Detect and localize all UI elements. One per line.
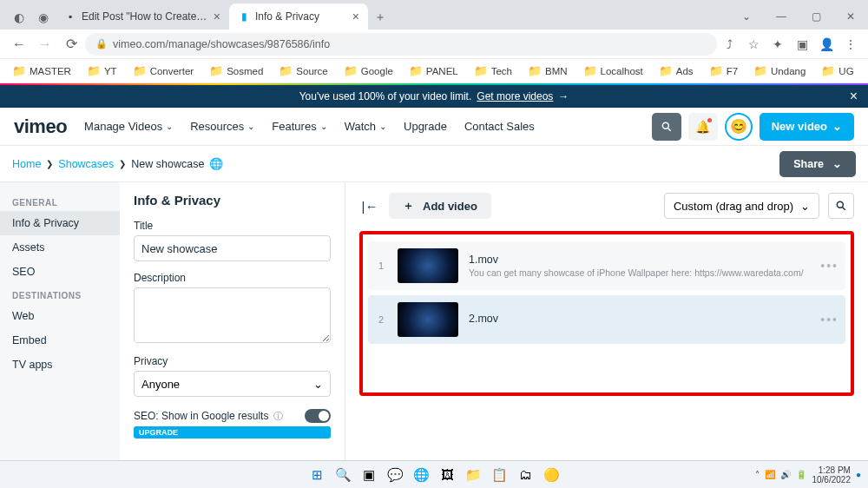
taskbar-apps: ⊞ 🔍 ▣ 💬 🌐 🖼 📁 📋 🗂 🟡 bbox=[306, 465, 562, 485]
banner-link[interactable]: Get more videos bbox=[477, 90, 553, 102]
task-view-icon[interactable]: ▣ bbox=[358, 465, 379, 485]
chevron-down-icon[interactable]: ⌄ bbox=[729, 3, 764, 30]
clock[interactable]: 1:28 PM 10/6/2022 bbox=[812, 465, 851, 485]
video-item[interactable]: 2 2.mov ••• bbox=[368, 295, 845, 344]
bookmark-item[interactable]: 📁Localhost bbox=[578, 62, 648, 81]
bookmark-item[interactable]: 📁Google bbox=[339, 62, 398, 81]
bookmark-item[interactable]: 📁F7 bbox=[704, 62, 743, 81]
nav-features[interactable]: Features⌄ bbox=[272, 120, 326, 133]
seo-toggle[interactable] bbox=[305, 409, 331, 423]
search-button[interactable] bbox=[652, 113, 681, 141]
new-video-button[interactable]: New video⌄ bbox=[760, 113, 854, 141]
collapse-panel-icon[interactable]: |← bbox=[359, 195, 380, 216]
star-icon[interactable]: ☆ bbox=[743, 34, 764, 55]
address-bar: ← → ⟳ 🔒 vimeo.com/manage/showcases/98765… bbox=[0, 30, 868, 59]
close-icon[interactable]: ✕ bbox=[833, 3, 868, 30]
tab-extension-icon-2[interactable]: ◉ bbox=[31, 5, 56, 30]
video-item[interactable]: 1 1.mov You can get many showcase of iPh… bbox=[368, 241, 845, 290]
description-input[interactable] bbox=[134, 287, 331, 343]
start-icon[interactable]: ⊞ bbox=[306, 465, 327, 485]
banner-close-icon[interactable]: × bbox=[850, 89, 858, 104]
sidebar-item-assets[interactable]: Assets bbox=[0, 235, 120, 260]
bookmark-item[interactable]: 📁NW Src bbox=[865, 62, 868, 81]
bookmark-item[interactable]: 📁PANEL bbox=[404, 62, 464, 81]
more-icon[interactable]: ••• bbox=[820, 259, 838, 273]
menu-icon[interactable]: ⋮ bbox=[840, 34, 861, 55]
tray-chevron-icon[interactable]: ˄ bbox=[755, 470, 760, 479]
bookmark-item[interactable]: 📁BMN bbox=[523, 62, 573, 81]
privacy-select[interactable]: Anyone⌄ bbox=[134, 371, 331, 397]
profile-icon[interactable]: 👤 bbox=[816, 34, 837, 55]
sidebar-item-tv-apps[interactable]: TV apps bbox=[0, 353, 120, 377]
nav-manage-videos[interactable]: Manage Videos⌄ bbox=[84, 120, 173, 133]
calc-icon[interactable]: 🗂 bbox=[515, 465, 536, 485]
share-button[interactable]: Share⌄ bbox=[779, 151, 856, 177]
seo-label: SEO: Show in Google results bbox=[134, 410, 268, 422]
sidebar-item-embed[interactable]: Embed bbox=[0, 328, 120, 353]
new-tab-button[interactable]: ＋ bbox=[368, 5, 392, 30]
search-videos-button[interactable] bbox=[828, 193, 854, 219]
share-icon[interactable]: ⤴ bbox=[719, 34, 740, 55]
nav-watch[interactable]: Watch⌄ bbox=[345, 120, 386, 133]
title-input[interactable] bbox=[134, 235, 331, 261]
bookmark-item[interactable]: 📁UG bbox=[816, 62, 858, 81]
sidebar-item-seo[interactable]: SEO bbox=[0, 260, 120, 284]
bookmark-item[interactable]: 📁Source bbox=[273, 62, 332, 81]
info-icon[interactable]: ⓘ bbox=[273, 411, 283, 421]
notification-center-icon[interactable]: ● bbox=[856, 470, 861, 479]
nav-upgrade[interactable]: Upgrade bbox=[404, 120, 447, 133]
bookmark-item[interactable]: 📁Undang bbox=[748, 62, 811, 81]
edge-icon[interactable]: 🌐 bbox=[411, 465, 431, 485]
bookmark-item[interactable]: 📁Sosmed bbox=[204, 62, 268, 81]
wifi-icon[interactable]: 📶 bbox=[765, 470, 775, 479]
avatar-button[interactable]: 😊 bbox=[725, 113, 753, 141]
chevron-down-icon: ⌄ bbox=[800, 200, 810, 213]
sort-select[interactable]: Custom (drag and drop)⌄ bbox=[664, 193, 819, 219]
panel-icon[interactable]: ▣ bbox=[792, 34, 812, 55]
tab-title: Edit Post "How to Create a Playli bbox=[82, 10, 208, 23]
breadcrumb-home[interactable]: Home bbox=[12, 158, 41, 170]
bookmark-item[interactable]: 📁YT bbox=[82, 62, 122, 81]
bookmark-item[interactable]: 📁Ads bbox=[654, 62, 699, 81]
notepad-icon[interactable]: 📋 bbox=[489, 465, 510, 485]
vimeo-logo[interactable]: vimeo bbox=[14, 115, 67, 138]
url-input[interactable]: 🔒 vimeo.com/manage/showcases/9876586/inf… bbox=[85, 33, 717, 56]
breadcrumb-current: New showcase bbox=[131, 158, 204, 170]
explorer-icon[interactable]: 📁 bbox=[463, 465, 483, 485]
favicon-vimeo: ▮ bbox=[238, 10, 250, 23]
extensions-icon[interactable]: ✦ bbox=[767, 34, 788, 55]
back-icon[interactable]: ← bbox=[7, 32, 31, 56]
sidebar-item-web[interactable]: Web bbox=[0, 304, 120, 328]
main-content: GENERAL Info & Privacy Assets SEO DESTIN… bbox=[0, 182, 868, 488]
bookmark-item[interactable]: 📁Tech bbox=[469, 62, 517, 81]
maximize-icon[interactable]: ▢ bbox=[799, 3, 833, 30]
nav-resources[interactable]: Resources⌄ bbox=[190, 120, 254, 133]
sidebar-item-info-privacy[interactable]: Info & Privacy bbox=[0, 211, 120, 235]
browser-tab-active[interactable]: ▮ Info & Privacy × bbox=[229, 3, 368, 30]
video-index: 1 bbox=[375, 260, 387, 271]
reload-icon[interactable]: ⟳ bbox=[59, 32, 83, 56]
chrome-icon[interactable]: 🟡 bbox=[541, 465, 562, 485]
tab-close-icon[interactable]: × bbox=[214, 10, 220, 23]
browser-tab-inactive[interactable]: ▪ Edit Post "How to Create a Playli × bbox=[56, 3, 229, 30]
tab-extension-icon-1[interactable]: ◐ bbox=[7, 5, 31, 30]
tab-close-icon[interactable]: × bbox=[352, 10, 359, 23]
bookmark-item[interactable]: 📁Converter bbox=[128, 62, 200, 81]
minimize-icon[interactable]: — bbox=[764, 3, 799, 30]
breadcrumb-showcases[interactable]: Showcases bbox=[58, 158, 114, 170]
upgrade-badge[interactable]: UPGRADE bbox=[134, 426, 331, 439]
snip-icon[interactable]: 🖼 bbox=[437, 465, 457, 485]
notifications-button[interactable]: 🔔 bbox=[688, 113, 718, 141]
folder-icon: 📁 bbox=[528, 64, 542, 77]
nav-contact-sales[interactable]: Contact Sales bbox=[464, 120, 535, 133]
system-tray: ˄ 📶 🔊 🔋 1:28 PM 10/6/2022 ● bbox=[755, 465, 868, 485]
more-icon[interactable]: ••• bbox=[820, 313, 838, 326]
bookmark-item[interactable]: 📁MASTER bbox=[7, 62, 76, 81]
chat-icon[interactable]: 💬 bbox=[385, 465, 405, 485]
add-video-button[interactable]: ＋Add video bbox=[389, 193, 491, 219]
folder-icon: 📁 bbox=[659, 64, 673, 77]
top-nav: vimeo Manage Videos⌄ Resources⌄ Features… bbox=[0, 108, 868, 146]
battery-icon[interactable]: 🔋 bbox=[796, 470, 806, 479]
volume-icon[interactable]: 🔊 bbox=[780, 470, 791, 479]
search-icon[interactable]: 🔍 bbox=[332, 465, 353, 485]
